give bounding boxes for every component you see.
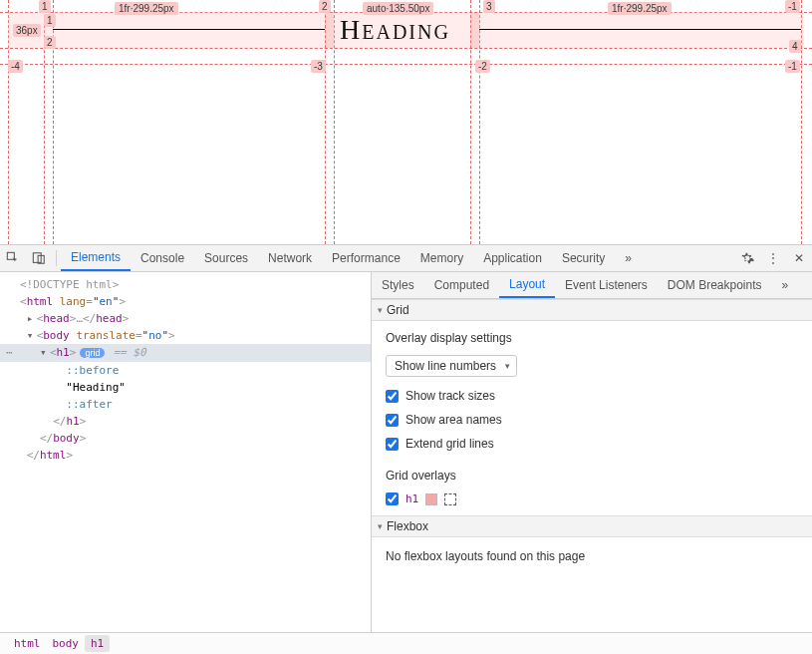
row-line-1: 1 (44, 14, 56, 27)
overlay-settings-heading: Overlay display settings (386, 331, 798, 345)
dom-body-close[interactable]: </body> (0, 430, 371, 447)
inspect-icon[interactable] (0, 245, 26, 271)
dom-html-close[interactable]: </html> (0, 447, 371, 464)
check-extend-lines[interactable]: Extend grid lines (386, 437, 798, 451)
check-extend-lines-input[interactable] (386, 438, 399, 451)
tab-network[interactable]: Network (258, 245, 322, 271)
dom-text-node[interactable]: "Heading" (0, 379, 371, 396)
grid-section-header[interactable]: Grid (372, 299, 812, 321)
col-neg-1: -1 (785, 60, 800, 73)
flexbox-empty-msg: No flexbox layouts found on this page (372, 537, 812, 575)
tab-security[interactable]: Security (552, 245, 615, 271)
device-toggle-icon[interactable] (26, 245, 52, 271)
tab-console[interactable]: Console (131, 245, 194, 271)
check-area-names-label: Show area names (406, 413, 502, 427)
col-num-3: 3 (483, 0, 495, 13)
col-num-4: 4 (789, 40, 801, 53)
check-track-sizes[interactable]: Show track sizes (386, 389, 798, 403)
dollar0-marker: == $0 (113, 346, 145, 359)
overlay-h1-checkbox[interactable] (386, 492, 399, 505)
dom-head[interactable]: ▸<head>…</head> (0, 310, 371, 327)
tab-elements[interactable]: Elements (61, 245, 131, 271)
dom-h1-open[interactable]: ⋯ ▾<h1>grid== $0 (0, 344, 371, 362)
line-numbers-select-value: Show line numbers (395, 359, 496, 373)
tab-sources[interactable]: Sources (194, 245, 258, 271)
track-size-3: 1fr·299.25px (608, 2, 672, 15)
col-neg-4: -4 (8, 60, 23, 73)
check-area-names-input[interactable] (386, 414, 399, 427)
check-track-sizes-input[interactable] (386, 390, 399, 403)
check-extend-lines-label: Extend grid lines (406, 437, 494, 451)
side-tabs-overflow-icon[interactable]: » (772, 272, 799, 298)
side-tab-styles[interactable]: Styles (372, 272, 424, 298)
line-numbers-select[interactable]: Show line numbers (386, 355, 517, 377)
overlay-h1-label: h1 (406, 492, 418, 505)
col-num-neg1-top: -1 (785, 0, 800, 13)
grid-badge[interactable]: grid (80, 348, 105, 358)
flexbox-section-header[interactable]: Flexbox (372, 515, 812, 537)
side-tab-event-listeners[interactable]: Event Listeners (555, 272, 658, 298)
svg-rect-1 (33, 253, 41, 263)
col-num-2: 2 (319, 0, 331, 13)
track-size-1: 1fr·299.25px (115, 2, 178, 15)
side-tab-dom-breakpoints[interactable]: DOM Breakpoints (658, 272, 772, 298)
more-icon[interactable]: ⋮ (760, 245, 786, 271)
settings-icon[interactable] (734, 245, 760, 271)
side-tab-layout[interactable]: Layout (499, 272, 555, 298)
col-neg-3: -3 (311, 60, 326, 73)
crumb-body[interactable]: body (47, 635, 86, 652)
tab-application[interactable]: Application (473, 245, 552, 271)
col-num-1: 1 (39, 0, 51, 13)
dom-body-open[interactable]: ▾<body translate="no"> (0, 327, 371, 344)
dom-before[interactable]: ::before (0, 362, 371, 379)
close-icon[interactable]: ✕ (786, 245, 812, 271)
check-track-sizes-label: Show track sizes (406, 389, 495, 403)
grid-overlays-heading: Grid overlays (386, 469, 798, 483)
crumb-html[interactable]: html (8, 635, 47, 652)
overlay-dashed-icon[interactable] (444, 493, 456, 505)
track-size-2: auto·135.50px (363, 2, 433, 15)
overlay-color-swatch[interactable] (425, 493, 437, 505)
check-area-names[interactable]: Show area names (386, 413, 798, 427)
dom-doctype[interactable]: <!DOCTYPE html> (0, 276, 371, 293)
tab-memory[interactable]: Memory (410, 245, 473, 271)
col-neg-2: -2 (475, 60, 490, 73)
tab-performance[interactable]: Performance (322, 245, 410, 271)
row-line-2: 2 (44, 36, 56, 49)
dom-h1-close[interactable]: </h1> (0, 413, 371, 430)
tabs-overflow-icon[interactable]: » (615, 245, 642, 271)
side-tab-computed[interactable]: Computed (424, 272, 499, 298)
svg-rect-0 (7, 252, 14, 259)
dom-html-open[interactable]: <html lang="en"> (0, 293, 371, 310)
dom-after[interactable]: ::after (0, 396, 371, 413)
row-height-badge: 36px (13, 24, 41, 37)
crumb-h1[interactable]: h1 (85, 635, 110, 652)
heading-text: Heading (340, 14, 450, 46)
